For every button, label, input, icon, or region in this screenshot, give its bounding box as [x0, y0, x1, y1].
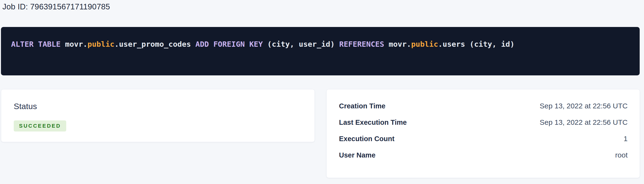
detail-label: User Name: [339, 152, 376, 159]
detail-value: Sep 13, 2022 at 22:56 UTC: [540, 119, 628, 126]
summary-cards-row: Status SUCCEEDED Creation Time Sep 13, 2…: [1, 89, 640, 178]
detail-value: Sep 13, 2022 at 22:56 UTC: [540, 102, 628, 110]
job-id-label: Job ID:: [2, 2, 30, 11]
detail-row-user-name: User Name root: [339, 152, 628, 159]
detail-value: 1: [624, 135, 628, 142]
sql-keyword: ALTER TABLE: [11, 40, 65, 48]
status-card: Status SUCCEEDED: [1, 89, 315, 142]
detail-row-execution-count: Execution Count 1: [339, 135, 628, 142]
job-id-value: 796391567171190785: [30, 2, 110, 11]
sql-schema: public: [411, 40, 438, 48]
details-card: Creation Time Sep 13, 2022 at 22:56 UTC …: [326, 89, 640, 178]
sql-identifier: .user_promo_codes: [114, 40, 195, 48]
sql-statement-panel: ALTER TABLE movr.public.user_promo_codes…: [1, 27, 640, 76]
sql-identifier: movr.: [389, 40, 411, 48]
sql-schema: public: [88, 40, 114, 48]
detail-label: Creation Time: [339, 102, 386, 110]
detail-label: Last Execution Time: [339, 119, 407, 126]
sql-identifier: (city, user_id): [267, 40, 339, 48]
sql-keyword: REFERENCES: [339, 40, 388, 48]
sql-keyword: ADD FOREIGN KEY: [195, 40, 267, 48]
sql-identifier: .users (city, id): [438, 40, 514, 48]
detail-label: Execution Count: [339, 135, 394, 142]
detail-row-last-execution-time: Last Execution Time Sep 13, 2022 at 22:5…: [339, 119, 628, 126]
sql-statement: ALTER TABLE movr.public.user_promo_codes…: [11, 40, 630, 49]
detail-value: root: [615, 152, 628, 159]
detail-row-creation-time: Creation Time Sep 13, 2022 at 22:56 UTC: [339, 102, 628, 110]
status-badge: SUCCEEDED: [14, 120, 66, 132]
page-title: Job ID: 796391567171190785: [2, 2, 644, 12]
status-card-title: Status: [14, 102, 302, 111]
sql-identifier: movr.: [65, 40, 88, 48]
job-details-page: Job ID: 796391567171190785 ALTER TABLE m…: [0, 0, 644, 184]
